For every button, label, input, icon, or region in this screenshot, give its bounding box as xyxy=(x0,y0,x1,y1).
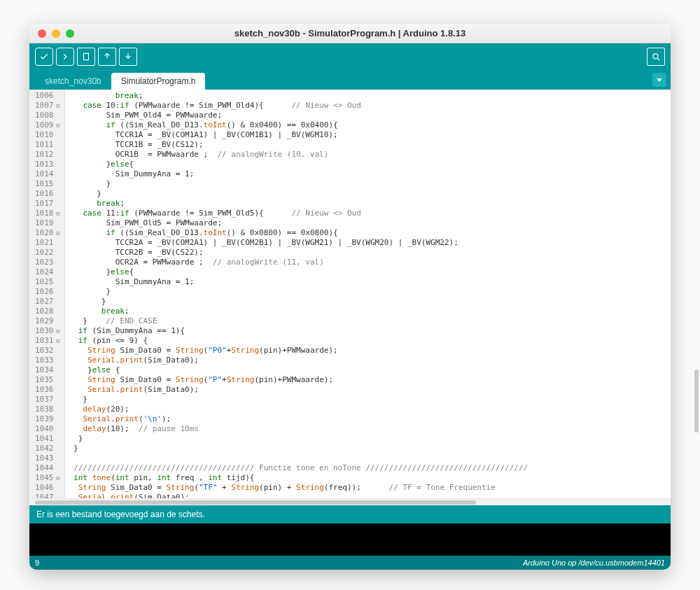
vertical-scroll-thumb[interactable] xyxy=(694,370,699,433)
line-number: 1026 xyxy=(35,287,62,297)
code-line[interactable]: Sim_DummyAna = 1; xyxy=(69,277,671,287)
line-number: 1035 xyxy=(35,375,62,385)
code-line[interactable]: OCR1B = PWMwaarde ; // analogWrite (10, … xyxy=(69,150,671,160)
code-line[interactable]: if ((Sim_Real_D0_D13.toInt() & 0x0800) =… xyxy=(69,228,671,238)
upload-button[interactable] xyxy=(56,48,74,66)
code-line[interactable]: } xyxy=(69,179,671,189)
code-line[interactable]: break; xyxy=(69,307,671,316)
tab-simulatorprogram-h[interactable]: SimulatorProgram.h xyxy=(111,73,206,90)
tab-sketch-nov30b[interactable]: sketch_nov30b xyxy=(35,73,111,90)
code-line[interactable]: Sim_PWM_Old4 = PWMwaarde; xyxy=(69,111,671,120)
code-line[interactable]: Serial.print(Sim_Data0); xyxy=(69,493,671,498)
code-line[interactable]: break; xyxy=(69,91,671,101)
code-line[interactable]: Serial.print(Sim_Data0); xyxy=(69,385,671,395)
line-number: 1041 xyxy=(35,434,62,444)
message-bar: Er is een bestand toegevoegd aan de sche… xyxy=(29,505,671,524)
line-number: 1031⊟ xyxy=(35,336,62,346)
line-number: 1039 xyxy=(35,414,62,424)
new-sketch-button[interactable] xyxy=(77,48,95,66)
open-sketch-button[interactable] xyxy=(98,48,116,66)
code-line[interactable]: if (Sim_DummyAna == 1){ xyxy=(69,326,671,336)
console-output[interactable] xyxy=(29,524,671,556)
code-area[interactable]: break; case 10:if (PWMwaarde != Sim_PWM_… xyxy=(65,90,671,498)
code-line[interactable]: /////////////////////////////////////// … xyxy=(69,463,671,473)
vertical-scrollbar[interactable] xyxy=(694,76,699,468)
line-number: 1008 xyxy=(35,111,62,120)
line-number: 1021 xyxy=(35,238,62,248)
svg-line-4 xyxy=(657,58,659,60)
code-line[interactable]: TCCR1B = _BV(CS12); xyxy=(69,140,671,150)
line-number: 1007⊟ xyxy=(35,101,62,111)
code-line[interactable]: Sim_DummyAna = 1; xyxy=(69,169,671,179)
code-line[interactable]: int tone(int pin, int freq , int tijd){ xyxy=(69,473,671,483)
code-line[interactable]: break; xyxy=(69,199,671,209)
code-line[interactable]: } xyxy=(69,297,671,307)
code-line[interactable]: Sim_PWM_Old5 = PWMwaarde; xyxy=(69,218,671,228)
svg-marker-5 xyxy=(657,78,662,82)
code-editor[interactable]: 1006 1007⊟1008 1009⊟1010 1011 1012 1013 … xyxy=(29,90,671,498)
serial-monitor-button[interactable] xyxy=(647,48,665,66)
code-line[interactable]: String Sim_Data0 = String("TF" + String(… xyxy=(69,483,671,493)
line-number: 1038 xyxy=(35,405,62,414)
code-line[interactable]: if ((Sim_Real_D0_D13.toInt() & 0x0400) =… xyxy=(69,120,671,130)
code-line[interactable]: TCCR1A = _BV(COM1A1) | _BV(COM1B1) | _BV… xyxy=(69,130,671,140)
code-line[interactable]: } xyxy=(69,434,671,444)
code-line[interactable]: String Sim_Data0 = String("P0"+String(pi… xyxy=(69,346,671,356)
svg-rect-0 xyxy=(84,53,89,59)
line-number: 1046 xyxy=(35,483,62,493)
line-number: 1020⊟ xyxy=(35,228,62,238)
code-line[interactable]: }else{ xyxy=(69,267,671,277)
line-number: 1029 xyxy=(35,316,62,326)
code-line[interactable]: String Sim_Data0 = String("P"+String(pin… xyxy=(69,375,671,385)
toolbar xyxy=(29,43,671,70)
line-number: 1010 xyxy=(35,130,62,140)
message-text: Er is een bestand toegevoegd aan de sche… xyxy=(36,510,205,519)
code-line[interactable]: delay(10); // pause 10ms xyxy=(69,424,671,434)
code-line[interactable]: }else { xyxy=(69,365,671,375)
line-number: 1016 xyxy=(35,189,62,199)
horizontal-scroll-thumb[interactable] xyxy=(35,500,476,505)
tab-menu-button[interactable] xyxy=(652,73,666,87)
app-window: sketch_nov30b - SimulatorProgram.h | Ard… xyxy=(29,24,671,570)
line-number: 1044 xyxy=(35,463,62,473)
horizontal-scrollbar[interactable] xyxy=(29,498,671,505)
save-sketch-button[interactable] xyxy=(119,48,137,66)
code-line[interactable]: } // END CASE xyxy=(69,316,671,326)
line-number: 1017 xyxy=(35,199,62,209)
code-line[interactable]: OCR2A = PWMwaarde ; // analogWrite (11, … xyxy=(69,258,671,267)
verify-button[interactable] xyxy=(35,48,53,66)
status-line-number: 9 xyxy=(35,559,39,567)
line-number: 1027 xyxy=(35,297,62,307)
titlebar: sketch_nov30b - SimulatorProgram.h | Ard… xyxy=(29,24,671,43)
code-line[interactable]: } xyxy=(69,287,671,297)
code-line[interactable]: }else{ xyxy=(69,160,671,169)
line-number: 1043 xyxy=(35,454,62,463)
line-number: 1011 xyxy=(35,140,62,150)
svg-point-3 xyxy=(653,54,658,59)
line-number: 1023 xyxy=(35,258,62,267)
line-number: 1022 xyxy=(35,248,62,258)
line-number: 1030⊟ xyxy=(35,326,62,336)
line-number: 1024 xyxy=(35,267,62,277)
code-line[interactable]: } xyxy=(69,395,671,405)
line-number: 1012 xyxy=(35,150,62,160)
line-number: 1015 xyxy=(35,179,62,189)
code-line[interactable]: } xyxy=(69,444,671,454)
code-line[interactable]: TCCR2A = _BV(COM2A1) | _BV(COM2B1) | _BV… xyxy=(69,238,671,248)
code-line[interactable]: } xyxy=(69,189,671,199)
code-line[interactable]: if (pin <= 9) { xyxy=(69,336,671,346)
code-line[interactable]: Serial.print(Sim_Data0); xyxy=(69,356,671,365)
code-line[interactable]: TCCR2B = _BV(CS22); xyxy=(69,248,671,258)
code-line[interactable]: case 10:if (PWMwaarde != Sim_PWM_Old4){ … xyxy=(69,101,671,111)
code-line[interactable]: delay(20); xyxy=(69,405,671,414)
line-number: 1014 xyxy=(35,169,62,179)
line-number: 1019 xyxy=(35,218,62,228)
line-number: 1040 xyxy=(35,424,62,434)
line-number: 1042 xyxy=(35,444,62,454)
code-line[interactable]: Serial.print('\n'); xyxy=(69,414,671,424)
code-line[interactable] xyxy=(69,454,671,463)
line-number: 1033 xyxy=(35,356,62,365)
status-bar: 9 Arduino Uno op /dev/cu.usbmodem14401 xyxy=(29,556,671,570)
code-line[interactable]: case 11:if (PWMwaarde != Sim_PWM_Old5){ … xyxy=(69,209,671,218)
line-number: 1034 xyxy=(35,365,62,375)
